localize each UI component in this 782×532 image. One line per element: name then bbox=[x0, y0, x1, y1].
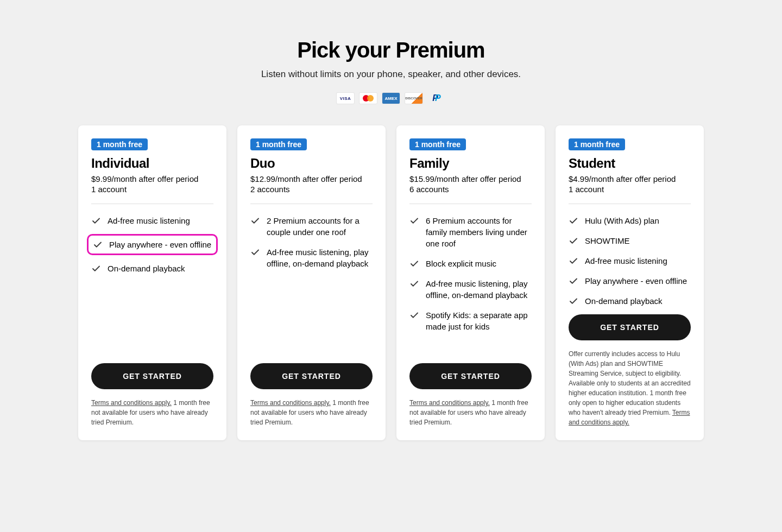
plan-card-duo: 1 month freeDuo$12.99/month after offer … bbox=[237, 125, 386, 440]
divider bbox=[409, 204, 532, 204]
feature-item: Spotify Kids: a separate app made just f… bbox=[409, 308, 532, 333]
feature-text: Ad-free music listening bbox=[585, 255, 667, 267]
plan-card-family: 1 month freeFamily$15.99/month after off… bbox=[396, 125, 545, 440]
get-started-button[interactable]: GET STARTED bbox=[569, 314, 691, 340]
feature-list: Hulu (With Ads) planSHOWTIMEAd-free musi… bbox=[569, 214, 691, 314]
feature-item: Play anywhere - even offline bbox=[87, 234, 218, 255]
feature-item: 2 Premium accounts for a couple under on… bbox=[250, 214, 373, 239]
payment-methods: VISA AMEX DISCOVER PP bbox=[33, 93, 749, 104]
fineprint: Terms and conditions apply. 1 month free… bbox=[409, 398, 532, 427]
promo-badge: 1 month free bbox=[91, 138, 148, 150]
get-started-button[interactable]: GET STARTED bbox=[91, 363, 213, 389]
promo-badge: 1 month free bbox=[250, 138, 307, 150]
fineprint: Terms and conditions apply. 1 month free… bbox=[250, 398, 373, 427]
check-icon bbox=[250, 216, 260, 226]
terms-link[interactable]: Terms and conditions apply. bbox=[91, 399, 172, 407]
feature-text: 2 Premium accounts for a couple under on… bbox=[267, 215, 373, 238]
plan-card-individual: 1 month freeIndividual$9.99/month after … bbox=[78, 125, 226, 440]
feature-text: Play anywhere - even offline bbox=[585, 275, 687, 287]
plans-grid: 1 month freeIndividual$9.99/month after … bbox=[33, 125, 749, 440]
feature-text: 6 Premium accounts for family members li… bbox=[426, 215, 532, 249]
get-started-button[interactable]: GET STARTED bbox=[409, 363, 532, 389]
feature-item: Hulu (With Ads) plan bbox=[569, 214, 691, 227]
visa-icon: VISA bbox=[337, 93, 354, 104]
feature-list: 2 Premium accounts for a couple under on… bbox=[250, 214, 373, 363]
check-icon bbox=[93, 240, 103, 250]
feature-text: Ad-free music listening, play offline, o… bbox=[267, 246, 373, 269]
feature-text: Hulu (With Ads) plan bbox=[585, 215, 659, 226]
feature-text: Ad-free music listening, play offline, o… bbox=[426, 278, 532, 301]
plan-accounts: 6 accounts bbox=[409, 185, 532, 194]
feature-text: Ad-free music listening bbox=[108, 215, 190, 226]
plan-name: Duo bbox=[250, 156, 373, 171]
check-icon bbox=[91, 264, 101, 274]
paypal-icon: PP bbox=[428, 93, 445, 104]
check-icon bbox=[569, 276, 578, 286]
amex-icon: AMEX bbox=[382, 93, 400, 104]
pricing-header: Pick your Premium Listen without limits … bbox=[33, 38, 749, 104]
terms-link[interactable]: Terms and conditions apply. bbox=[250, 399, 331, 407]
get-started-button[interactable]: GET STARTED bbox=[250, 363, 373, 389]
feature-item: On-demand playback bbox=[569, 294, 691, 308]
plan-price: $9.99/month after offer period bbox=[91, 174, 213, 183]
divider bbox=[91, 204, 213, 204]
plan-accounts: 2 accounts bbox=[250, 185, 373, 194]
feature-item: Play anywhere - even offline bbox=[569, 274, 691, 288]
plan-name: Individual bbox=[91, 156, 213, 171]
plan-price: $4.99/month after offer period bbox=[569, 174, 691, 183]
feature-item: 6 Premium accounts for family members li… bbox=[409, 214, 532, 250]
check-icon bbox=[569, 296, 578, 306]
plan-name: Student bbox=[569, 156, 691, 171]
fineprint: Offer currently includes access to Hulu … bbox=[569, 349, 691, 427]
terms-link[interactable]: Terms and conditions apply. bbox=[409, 399, 490, 407]
feature-item: Block explicit music bbox=[409, 257, 532, 270]
feature-text: SHOWTIME bbox=[585, 235, 630, 246]
check-icon bbox=[409, 259, 419, 269]
discover-icon: DISCOVER bbox=[405, 93, 422, 104]
plan-accounts: 1 account bbox=[91, 185, 213, 194]
promo-badge: 1 month free bbox=[569, 138, 625, 150]
check-icon bbox=[409, 279, 419, 289]
feature-text: On-demand playback bbox=[585, 295, 663, 307]
feature-item: Ad-free music listening bbox=[91, 214, 213, 227]
check-icon bbox=[409, 216, 419, 226]
divider bbox=[569, 204, 691, 204]
mastercard-icon bbox=[360, 93, 377, 104]
page-title: Pick your Premium bbox=[33, 38, 749, 62]
feature-text: Spotify Kids: a separate app made just f… bbox=[426, 309, 532, 332]
page-subtitle: Listen without limits on your phone, spe… bbox=[33, 69, 749, 80]
divider bbox=[250, 204, 373, 204]
check-icon bbox=[409, 311, 419, 320]
feature-item: Ad-free music listening, play offline, o… bbox=[409, 277, 532, 302]
fineprint: Terms and conditions apply. 1 month free… bbox=[91, 398, 213, 427]
plan-price: $15.99/month after offer period bbox=[409, 174, 532, 183]
feature-text: On-demand playback bbox=[108, 263, 185, 274]
plan-accounts: 1 account bbox=[569, 185, 691, 194]
plan-name: Family bbox=[409, 156, 532, 171]
check-icon bbox=[91, 216, 101, 226]
plan-price: $12.99/month after offer period bbox=[250, 174, 373, 183]
feature-item: Ad-free music listening, play offline, o… bbox=[250, 245, 373, 270]
feature-item: SHOWTIME bbox=[569, 234, 691, 248]
feature-text: Block explicit music bbox=[426, 258, 496, 269]
check-icon bbox=[250, 248, 260, 257]
feature-item: On-demand playback bbox=[91, 262, 213, 275]
feature-item: Ad-free music listening bbox=[569, 254, 691, 268]
feature-text: Play anywhere - even offline bbox=[109, 239, 211, 250]
fineprint-text: Offer currently includes access to Hulu … bbox=[569, 350, 691, 416]
check-icon bbox=[569, 256, 578, 266]
check-icon bbox=[569, 236, 578, 246]
promo-badge: 1 month free bbox=[409, 138, 466, 150]
plan-card-student: 1 month freeStudent$4.99/month after off… bbox=[556, 125, 704, 440]
feature-list: Ad-free music listeningPlay anywhere - e… bbox=[91, 214, 213, 363]
check-icon bbox=[569, 216, 578, 226]
feature-list: 6 Premium accounts for family members li… bbox=[409, 214, 532, 363]
